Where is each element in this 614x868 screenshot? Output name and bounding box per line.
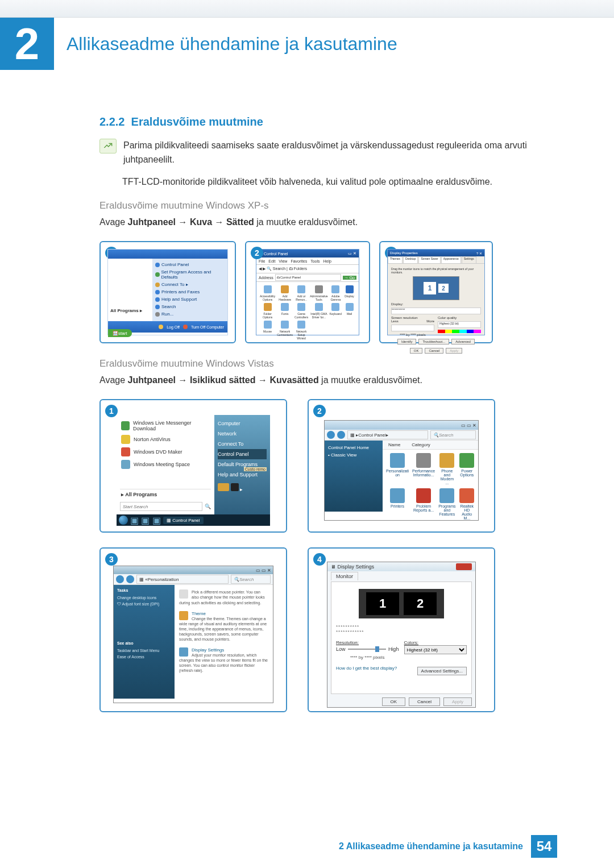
window-controls: ▭ ✕ xyxy=(348,251,356,256)
info-text-1: Parima pildikvaliteedi saamiseks saate e… xyxy=(123,139,557,167)
personalization-icon: Personalizati on xyxy=(386,453,409,485)
ok-button: OK xyxy=(382,697,406,706)
logoff-button: Log Off xyxy=(167,325,180,329)
vista-instruction: Avage Juhtpaneel → Isiklikud sätted → Ku… xyxy=(99,375,557,385)
section-title: Eraldusvõime muutmine xyxy=(131,115,263,128)
taskbar-item: ▦ Control Panel xyxy=(163,517,204,524)
xp-figure-2: 2 🗀 Control Panel▭ ✕ File Edit View Favo… xyxy=(245,241,370,343)
display-select: ********** xyxy=(391,308,481,314)
page-number: 54 xyxy=(531,835,557,858)
all-programs: All Programs ▸ xyxy=(110,306,150,315)
display-settings-group: Display Settings Adjust your monitor res… xyxy=(179,647,268,673)
lock-icon xyxy=(231,483,239,491)
display-icon xyxy=(179,647,188,657)
top-bar xyxy=(0,0,614,18)
search-icon: 🔍 xyxy=(205,504,211,509)
ok-button: OK xyxy=(410,348,423,354)
breadcrumb: ▦ « Personalization xyxy=(136,575,229,584)
page-footer: 2 Allikaseadme ühendamine ja kasutamine … xyxy=(339,835,557,858)
search-input: 🔍 Search xyxy=(231,575,271,584)
mouse-icon xyxy=(179,589,188,599)
window-controls: ▭ ▭ ✕ xyxy=(256,568,271,573)
step-badge-4: 4 xyxy=(313,553,326,566)
colors-label: Colors: xyxy=(404,640,418,645)
vista-cp-link: Control Panel xyxy=(218,449,267,459)
cp-icon: Accessibility Options xyxy=(260,285,275,301)
step-badge-1: 1 xyxy=(105,405,118,417)
vista-display-settings: 🖥 Display Settings Monitor 1 2 *********… xyxy=(327,562,476,708)
cancel-button: Cancel xyxy=(425,348,443,354)
cancel-button: Cancel xyxy=(409,697,440,706)
chapter-title: Allikaseadme ühendamine ja kasutamine xyxy=(54,34,397,55)
apply-button: Apply xyxy=(446,348,462,354)
theme-icon xyxy=(179,611,188,620)
monitor-arrange: 1 2 xyxy=(413,276,459,300)
xp-figure-3: 3 Display Properties? ✕ Themes Desktop S… xyxy=(379,241,493,343)
display-icon: Display xyxy=(343,285,355,301)
apply-button: Apply xyxy=(443,697,472,706)
close-icon xyxy=(456,563,472,570)
xp-subheading: Eraldusvõime muutmine Windows XP-s xyxy=(99,200,557,211)
resolution-label: Resolution: xyxy=(336,640,359,645)
info-icon xyxy=(99,139,117,153)
chapter-number: 2 xyxy=(0,18,54,70)
vista-figure-2: 2 ▭ ▭ ✕ ▦ ▸ Control Panel ▸ 🔍 Search Con… xyxy=(308,399,495,533)
vista-subheading: Eraldusvõime muutmine Windows Vistas xyxy=(99,358,557,369)
forward-icon xyxy=(126,575,134,583)
start-orb-icon xyxy=(119,516,128,525)
monitor-tab: Monitor xyxy=(331,572,358,580)
vista-personalization: ▭ ▭ ✕ ▦ « Personalization 🔍 Search Tasks… xyxy=(113,566,273,703)
vista-figure-1: 1 Windows Live Messenger Download Norton… xyxy=(99,399,287,533)
monitor-arrange: 1 2 xyxy=(359,589,444,618)
window-controls: ▭ ▭ ✕ xyxy=(461,423,476,428)
turnoff-button: Turn Off Computer xyxy=(191,325,224,329)
search-input: 🔍 Search xyxy=(430,430,476,439)
back-icon xyxy=(116,575,124,583)
breadcrumb: ▦ ▸ Control Panel ▸ xyxy=(347,430,428,439)
vista-figure-3: 3 ▭ ▭ ✕ ▦ « Personalization 🔍 Search Tas… xyxy=(99,547,287,712)
power-button-icon xyxy=(218,483,229,491)
forward-icon xyxy=(337,431,345,439)
advanced-button: Advanced xyxy=(451,339,475,344)
xp-instruction: Avage Juhtpaneel → Kuva → Sätted ja muut… xyxy=(99,217,557,227)
resolution-slider: Low High xyxy=(336,645,399,653)
vista-control-panel: ▭ ▭ ✕ ▦ ▸ Control Panel ▸ 🔍 Search Contr… xyxy=(324,420,479,521)
colors-select: Highest (32 bit) xyxy=(404,645,467,654)
back-icon xyxy=(327,431,335,439)
section-heading: 2.2.2 Eraldusvõime muutmine xyxy=(99,115,557,128)
xp-figure-1: 1 All Programs ▸ Control Panel Set Progr… xyxy=(99,241,236,343)
xp-cp-item: Control Panel xyxy=(155,261,225,268)
xp-control-panel: 🗀 Control Panel▭ ✕ File Edit View Favori… xyxy=(256,249,359,335)
step-badge-3: 3 xyxy=(105,553,118,566)
go-button: → Go xyxy=(343,276,356,280)
start-button: 🪟 start xyxy=(108,329,132,337)
all-programs: ▸ All Programs xyxy=(120,489,211,500)
troubleshoot-button: Troubleshoot... xyxy=(418,339,449,344)
address-bar: 🗀 Control Panel xyxy=(275,274,341,281)
section-number: 2.2.2 xyxy=(99,115,125,128)
identify-button: Identify xyxy=(397,339,416,344)
theme-group: Theme Change the theme. Themes can chang… xyxy=(179,611,268,642)
advanced-settings-button: Advanced Settings... xyxy=(417,667,467,675)
vista-figure-4: 4 🖥 Display Settings Monitor 1 2 *******… xyxy=(308,547,495,712)
vista-start-menu: Windows Live Messenger Download Norton A… xyxy=(117,415,270,514)
xp-display-properties: Display Properties? ✕ Themes Desktop Scr… xyxy=(387,249,485,335)
window-controls: ? ✕ xyxy=(476,251,482,255)
footer-text: 2 Allikaseadme ühendamine ja kasutamine xyxy=(339,841,523,852)
start-search xyxy=(120,502,202,511)
resolution-slider xyxy=(391,325,434,331)
xp-start-menu: All Programs ▸ Control Panel Set Program… xyxy=(107,249,228,335)
chapter-header: 2 Allikaseadme ühendamine ja kasutamine xyxy=(0,18,614,70)
settings-tab: Settings xyxy=(462,256,476,263)
step-badge-2: 2 xyxy=(313,405,326,417)
mouse-pointers-group: Pick a different mouse pointer. You can … xyxy=(179,589,268,605)
info-text-2: TFT-LCD-monitoride pildikvaliteet võib h… xyxy=(122,175,557,189)
color-select: Highest (32 bit) xyxy=(438,321,481,328)
vista-taskbar: ▣ ▣ ▣ ▦ Control Panel xyxy=(117,514,270,526)
